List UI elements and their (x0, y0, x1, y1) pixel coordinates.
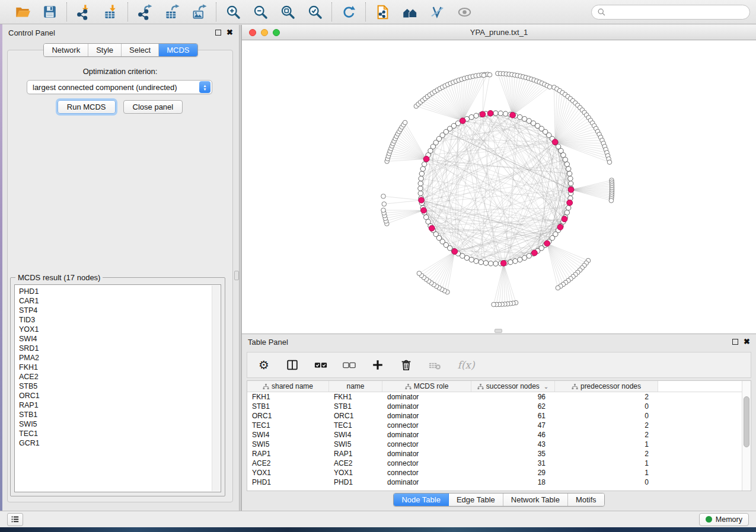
open-session-icon[interactable] (14, 3, 31, 21)
mcds-result-item[interactable]: TID3 (19, 315, 221, 325)
network-edge[interactable] (547, 243, 580, 270)
cell-name[interactable]: SWI4 (329, 430, 382, 440)
table-row[interactable]: RAP1RAP1dominator352 (247, 449, 751, 459)
network-node[interactable] (418, 186, 423, 191)
column-header-MCDS-role[interactable]: MCDS role (382, 381, 471, 392)
network-edge[interactable] (384, 196, 422, 200)
leaf-node[interactable] (487, 73, 492, 78)
cell-shared-name[interactable]: ORC1 (247, 411, 329, 421)
network-canvas[interactable] (242, 40, 756, 334)
table-scrollbar-thumb[interactable] (744, 396, 749, 447)
leaf-node[interactable] (403, 120, 407, 125)
cell-predecessor-nodes[interactable]: 2 (555, 449, 658, 459)
network-edge[interactable] (436, 252, 455, 287)
network-edge[interactable] (547, 243, 566, 283)
table-row[interactable]: ACE2ACE2connector311 (247, 459, 751, 468)
run-mcds-button[interactable]: Run MCDS (58, 100, 116, 114)
column-header-successor-nodes[interactable]: successor nodes⌄ (471, 381, 555, 392)
mcds-node[interactable] (419, 197, 425, 203)
network-node[interactable] (564, 210, 569, 215)
close-table-panel-icon[interactable]: ✖ (744, 339, 750, 345)
network-edge[interactable] (547, 243, 585, 265)
network-node[interactable] (508, 259, 513, 264)
network-edge[interactable] (401, 129, 427, 159)
network-node[interactable] (503, 111, 508, 116)
network-edge[interactable] (426, 143, 556, 160)
network-node[interactable] (420, 166, 425, 171)
network-edge[interactable] (387, 159, 427, 161)
network-edge[interactable] (386, 210, 424, 221)
network-node[interactable] (522, 255, 527, 260)
network-edge[interactable] (388, 159, 426, 159)
network-edge[interactable] (424, 252, 455, 278)
close-panel-button[interactable]: Close panel (123, 100, 183, 114)
network-node[interactable] (469, 257, 474, 262)
cell-successor-nodes[interactable]: 62 (471, 402, 555, 411)
cell-MCDS-role[interactable]: connector (382, 421, 471, 430)
network-node[interactable] (424, 214, 429, 219)
network-edge[interactable] (497, 73, 512, 115)
mcds-result-item[interactable]: SWI4 (19, 334, 221, 344)
mcds-result-list[interactable]: PHD1CAR1STP4TID3YOX1SWI4SRD1PMA2FKH1ACE2… (14, 284, 221, 492)
cell-shared-name[interactable]: FKH1 (247, 392, 329, 402)
leaf-node[interactable] (417, 271, 422, 276)
mcds-result-item[interactable]: STB5 (19, 382, 221, 391)
network-node[interactable] (493, 261, 498, 266)
horizontal-splitter-grip[interactable] (495, 329, 502, 333)
network-node[interactable] (527, 254, 531, 258)
search-input[interactable] (609, 8, 744, 16)
cell-successor-nodes[interactable]: 43 (471, 440, 555, 449)
cell-shared-name[interactable]: RAP1 (247, 449, 329, 459)
mcds-result-item[interactable]: SWI5 (19, 419, 221, 429)
mcds-result-item[interactable]: ORC1 (19, 391, 221, 400)
cell-successor-nodes[interactable]: 18 (471, 477, 555, 487)
network-window-titlebar[interactable]: YPA_prune.txt_1 (242, 25, 756, 40)
mcds-result-item[interactable]: ACE2 (19, 372, 221, 382)
cell-name[interactable]: YOX1 (329, 468, 382, 477)
mcds-node[interactable] (544, 241, 550, 246)
leaf-node[interactable] (381, 194, 386, 199)
export-image-icon[interactable] (190, 3, 208, 21)
tab-style[interactable]: Style (88, 44, 122, 56)
cell-MCDS-role[interactable]: dominator (382, 411, 471, 421)
settings-gear-icon[interactable]: ⚙ (257, 358, 271, 372)
mcds-result-item[interactable]: FKH1 (19, 363, 221, 372)
network-node[interactable] (569, 181, 573, 186)
mcds-result-item[interactable]: TEC1 (19, 429, 221, 438)
deselect-all-icon[interactable] (342, 358, 356, 372)
mcds-result-item[interactable]: STB1 (19, 410, 221, 419)
column-header-predecessor-nodes[interactable]: predecessor nodes (555, 381, 658, 392)
cell-MCDS-role[interactable]: connector (382, 468, 471, 477)
hide-selected-icon[interactable] (428, 3, 446, 21)
network-edge[interactable] (547, 243, 576, 275)
cell-MCDS-role[interactable]: connector (382, 459, 471, 468)
network-edge[interactable] (513, 82, 540, 116)
mcds-node[interactable] (562, 216, 567, 222)
network-node[interactable] (567, 171, 572, 176)
network-node[interactable] (479, 259, 483, 264)
delete-icon[interactable] (399, 358, 413, 372)
mcds-result-item[interactable]: CAR1 (19, 296, 221, 306)
leaf-node[interactable] (481, 73, 486, 78)
network-node[interactable] (483, 261, 488, 265)
mcds-node[interactable] (500, 260, 506, 266)
table-row[interactable]: PHD1PHD1dominator180 (247, 477, 751, 487)
cell-predecessor-nodes[interactable]: 2 (555, 392, 658, 402)
mcds-result-item[interactable]: RAP1 (19, 400, 221, 410)
network-node[interactable] (418, 181, 423, 186)
cell-successor-nodes[interactable]: 31 (471, 459, 555, 468)
network-edge[interactable] (384, 200, 422, 204)
network-graph[interactable] (242, 40, 756, 334)
mcds-result-item[interactable]: YOX1 (19, 325, 221, 334)
mcds-node[interactable] (423, 156, 429, 162)
leaf-node[interactable] (492, 302, 496, 307)
network-node[interactable] (474, 113, 479, 118)
cell-MCDS-role[interactable]: dominator (382, 430, 471, 440)
network-node[interactable] (419, 176, 423, 181)
cell-shared-name[interactable]: TEC1 (247, 421, 329, 430)
network-node[interactable] (419, 171, 424, 176)
network-edge[interactable] (513, 79, 532, 116)
cell-predecessor-nodes[interactable]: 0 (555, 411, 658, 421)
column-header-name[interactable]: name (329, 381, 382, 392)
mcds-node[interactable] (480, 111, 486, 117)
